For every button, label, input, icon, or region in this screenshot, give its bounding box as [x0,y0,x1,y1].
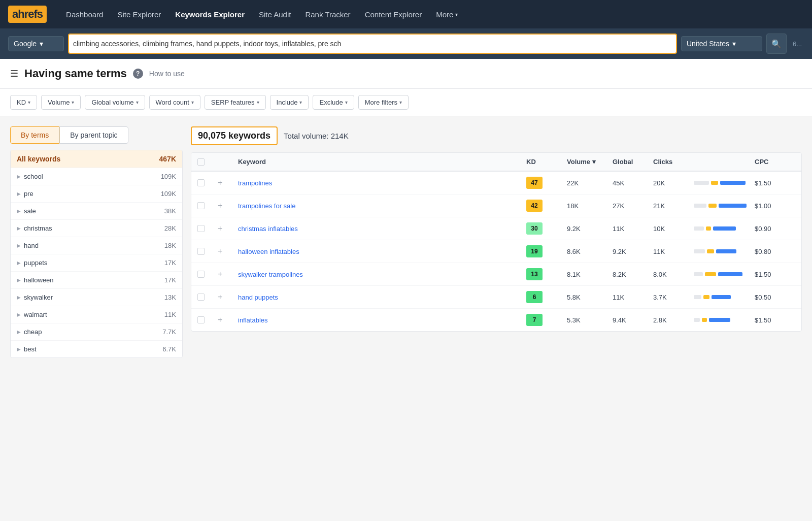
mini-bar [694,272,755,276]
engine-label: Google [14,40,37,48]
hamburger-icon[interactable]: ☰ [10,68,18,79]
row-arrow-icon: ▶ [17,346,21,352]
bar-blue [713,226,736,231]
global-cell: 11K [613,294,653,301]
list-item[interactable]: ▶ hand 18K [11,237,182,254]
logo[interactable]: ahrefs [8,6,47,23]
keyword-link[interactable]: skywalker trampolines [238,271,303,278]
nav-site-audit[interactable]: Site Audit [252,0,298,28]
add-keyword-button[interactable]: + [218,247,222,255]
row-checkbox[interactable] [197,316,205,323]
country-select[interactable]: United States ▾ [681,36,762,51]
keyword-link[interactable]: christmas inflatables [238,225,298,233]
how-to-use-link[interactable]: How to use [149,70,185,78]
list-item[interactable]: ▶ halloween 17K [11,272,182,289]
row-arrow-icon: ▶ [17,174,21,179]
list-item[interactable]: ▶ puppets 17K [11,254,182,272]
serp-features-filter[interactable]: SERP features ▾ [205,95,266,110]
search-button[interactable]: 🔍 [766,34,787,54]
more-filters-button[interactable]: More filters ▾ [358,95,409,110]
country-label: United States [687,40,729,48]
volume-cell: 8.6K [567,248,613,255]
add-keyword-button[interactable]: + [218,178,222,187]
row-checkbox[interactable] [197,271,205,278]
table-row: + trampolines for sale 42 18K 27K 21K $1… [191,194,801,217]
global-cell: 9.2K [613,248,653,255]
nav-more[interactable]: More ▾ [429,0,465,28]
top-navigation: ahrefs Dashboard Site Explorer Keywords … [0,0,812,28]
sidebar-all-keywords[interactable]: All keywords 467K [11,150,182,168]
list-item[interactable]: ▶ school 109K [11,168,182,185]
list-item[interactable]: ▶ christmas 28K [11,220,182,237]
volume-sort-icon: ▾ [592,158,596,166]
tab-by-terms[interactable]: By terms [10,126,59,144]
list-item[interactable]: ▶ skywalker 13K [11,289,182,306]
search-input[interactable] [73,40,672,48]
row-arrow-icon: ▶ [17,329,21,335]
table-row: + skywalker trampolines 13 8.1K 8.2K 8.0… [191,263,801,286]
keyword-link[interactable]: hand puppets [238,294,278,301]
kd-filter[interactable]: KD ▾ [10,95,37,110]
keyword-link[interactable]: halloween inflatables [238,248,299,255]
page-header: ☰ Having same terms ? How to use [0,59,812,89]
header-checkbox-col [197,158,218,166]
row-arrow-icon: ▶ [17,295,21,300]
mini-bar [694,181,755,185]
volume-cell: 5.3K [567,316,613,324]
row-checkbox[interactable] [197,294,205,301]
keywords-count-badge: 90,075 keywords [191,126,278,145]
add-keyword-button[interactable]: + [218,224,222,233]
row-checkbox[interactable] [197,179,205,186]
global-volume-filter[interactable]: Global volume ▾ [85,95,145,110]
word-count-filter[interactable]: Word count ▾ [149,95,200,110]
cpc-cell: $1.00 [755,202,795,210]
cpc-cell: $1.50 [755,179,795,187]
nav-keywords-explorer[interactable]: Keywords Explorer [168,0,252,28]
global-cell: 8.2K [613,271,653,278]
row-checkbox[interactable] [197,202,205,209]
bar-blue [716,249,736,253]
mini-bar [694,295,755,299]
add-keyword-button[interactable]: + [218,270,222,278]
list-item[interactable]: ▶ cheap 7.7K [11,323,182,341]
row-checkbox[interactable] [197,248,205,255]
table-row: + hand puppets 6 5.8K 11K 3.7K $0.50 [191,286,801,309]
bar-gray [694,249,705,253]
select-all-checkbox[interactable] [197,158,205,166]
nav-dashboard[interactable]: Dashboard [59,0,110,28]
list-item[interactable]: ▶ best 6.7K [11,341,182,357]
list-item[interactable]: ▶ sale 38K [11,203,182,220]
clicks-cell: 2.8K [653,316,694,324]
keyword-link[interactable]: trampolines for sale [238,202,295,210]
exclude-filter[interactable]: Exclude ▾ [313,95,354,110]
kd-badge: 30 [526,222,543,235]
sidebar-table: All keywords 467K ▶ school 109K ▶ pre 10… [10,150,183,358]
add-keyword-button[interactable]: + [218,292,222,301]
add-keyword-button[interactable]: + [218,315,222,324]
include-filter[interactable]: Include ▾ [270,95,309,110]
bar-yellow [702,318,707,322]
list-item[interactable]: ▶ walmart 11K [11,306,182,323]
kd-chevron-icon: ▾ [28,100,30,105]
row-arrow-icon: ▶ [17,208,21,214]
kd-badge: 19 [526,245,543,257]
tab-by-parent-topic[interactable]: By parent topic [59,126,128,144]
global-col-header: Global [613,158,653,166]
keyword-link[interactable]: inflatables [238,316,268,324]
bar-blue [719,204,747,208]
volume-filter[interactable]: Volume ▾ [41,95,81,110]
nav-site-explorer[interactable]: Site Explorer [110,0,168,28]
bar-blue [718,272,742,276]
engine-select[interactable]: Google ▾ [8,36,64,51]
add-keyword-button[interactable]: + [218,201,222,210]
list-item[interactable]: ▶ pre 109K [11,185,182,203]
row-checkbox[interactable] [197,225,205,232]
keyword-link[interactable]: trampolines [238,179,272,187]
nav-content-explorer[interactable]: Content Explorer [358,0,429,28]
nav-rank-tracker[interactable]: Rank Tracker [298,0,357,28]
volume-col-header[interactable]: Volume ▾ [567,158,613,166]
help-icon[interactable]: ? [133,69,143,79]
table-row: + inflatables 7 5.3K 9.4K 2.8K $1.50 [191,309,801,331]
cpc-cell: $0.90 [755,225,795,233]
bar-blue [712,295,731,299]
